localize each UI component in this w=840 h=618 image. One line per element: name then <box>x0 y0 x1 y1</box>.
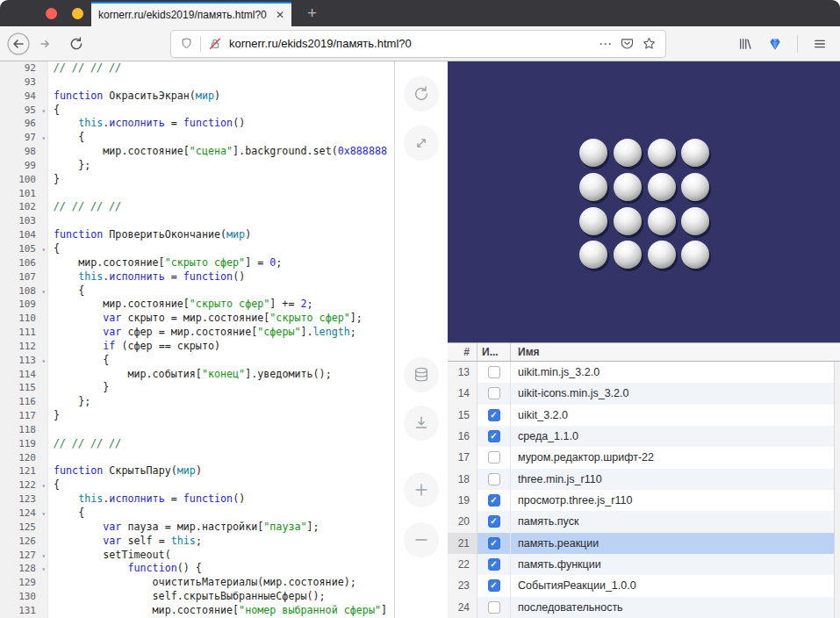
tab-close-icon[interactable]: ✕ <box>276 9 284 21</box>
page-actions-icon[interactable]: ⋯ <box>599 36 613 52</box>
fold-arrow-icon[interactable]: ▾ <box>41 550 46 564</box>
code-line: мир.события["конец"].уведомить(); <box>54 368 394 382</box>
table-row[interactable]: 17муром.редактор.шрифт-22 <box>448 447 840 468</box>
row-checkbox-cell: ✓ <box>477 575 511 596</box>
table-row[interactable]: 14uikit-icons.min.js_3.2.0 <box>448 383 840 404</box>
pocket-icon[interactable] <box>620 36 635 51</box>
code-line <box>54 187 394 201</box>
code-line: // // // // <box>54 61 394 75</box>
url-text[interactable]: kornerr.ru/ekids2019/память.html?0 <box>229 37 592 50</box>
row-checkbox[interactable] <box>488 387 500 399</box>
library-icon[interactable] <box>732 31 758 57</box>
code-line: { <box>54 284 394 298</box>
row-checkbox[interactable] <box>488 473 500 485</box>
fold-arrow-icon[interactable]: ▾ <box>41 132 46 146</box>
row-checkbox[interactable]: ✓ <box>488 579 500 592</box>
gutter-line: 128▾ <box>0 562 47 576</box>
menu-hamburger-icon[interactable] <box>807 31 833 57</box>
gutter-line: 110 <box>0 312 47 326</box>
fold-arrow-icon[interactable]: ▾ <box>41 355 46 369</box>
row-name: uikit_3.2.0 <box>511 405 840 426</box>
layers-button[interactable] <box>404 357 439 392</box>
row-name: память.функции <box>511 554 840 575</box>
row-checkbox[interactable]: ✓ <box>488 430 500 442</box>
table-row[interactable]: 13uikit.min.js_3.2.0 <box>448 362 840 383</box>
expand-button[interactable] <box>404 126 439 161</box>
gutter-line: 103 <box>0 214 47 228</box>
fold-arrow-icon[interactable]: ▾ <box>41 507 46 521</box>
code-line: this.исполнить = function() <box>54 270 394 284</box>
table-body: 13uikit.min.js_3.2.014uikit-icons.min.js… <box>448 362 840 618</box>
forward-button[interactable] <box>32 31 58 57</box>
row-checkbox[interactable]: ✓ <box>488 515 500 528</box>
table-row[interactable]: 20✓память.пуск <box>448 511 840 532</box>
toolbar-right-icons <box>732 31 833 57</box>
back-button[interactable] <box>5 31 32 57</box>
fold-arrow-icon[interactable]: ▾ <box>41 563 46 577</box>
row-checkbox-cell: ✓ <box>477 533 511 554</box>
fold-arrow-icon[interactable]: ▾ <box>41 479 46 493</box>
tracking-protection-shield-icon[interactable] <box>180 37 193 50</box>
fold-arrow-icon[interactable]: ▾ <box>41 243 46 257</box>
bookmark-star-icon[interactable] <box>642 36 657 51</box>
fold-arrow-icon[interactable]: ▾ <box>41 104 46 119</box>
forward-arrow-icon <box>36 35 54 53</box>
table-row[interactable]: 24последовательность <box>448 597 840 618</box>
insecure-connection-lock-icon[interactable] <box>208 37 222 51</box>
table-row[interactable]: 19✓просмотр.three.js_r110 <box>448 490 840 511</box>
modules-table: # И... Имя 13uikit.min.js_3.2.014uikit-i… <box>448 342 840 618</box>
code-line <box>54 75 394 90</box>
gutter-line: 102 <box>0 200 47 214</box>
row-checkbox[interactable]: ✓ <box>488 558 500 571</box>
gutter-line: 104 <box>0 228 47 242</box>
close-window-button[interactable] <box>46 8 57 19</box>
row-checkbox[interactable]: ✓ <box>488 537 500 550</box>
refresh-button[interactable] <box>404 76 439 111</box>
editor-code-area[interactable]: // // // //function ОкраситьЭкран(мир){ … <box>48 61 394 618</box>
row-checkbox[interactable]: ✓ <box>488 494 500 507</box>
code-line: if (сфер == скрыто) <box>54 340 394 354</box>
extension-gem-icon[interactable] <box>762 31 788 57</box>
gutter-line: 99 <box>0 159 47 173</box>
three-scene-canvas[interactable] <box>448 61 840 342</box>
gutter-line: 127▾ <box>0 549 47 563</box>
row-checkbox[interactable] <box>488 451 500 464</box>
browser-tab[interactable]: kornerr.ru/ekids2019/память.html?0 ✕ <box>91 2 291 26</box>
row-checkbox[interactable] <box>488 601 500 614</box>
reload-button[interactable] <box>63 31 90 57</box>
table-scrollbar-track[interactable] <box>834 362 840 618</box>
row-checkbox-cell <box>477 597 511 618</box>
sphere <box>648 173 676 201</box>
gutter-line: 93 <box>0 75 47 90</box>
code-line <box>54 451 394 465</box>
code-line: function ПроверитьОкончание(мир) <box>54 228 394 242</box>
table-row[interactable]: 22✓память.функции <box>448 554 840 575</box>
sphere <box>579 241 607 269</box>
row-checkbox[interactable]: ✓ <box>488 409 500 421</box>
gutter-line: 129 <box>0 576 47 590</box>
row-number: 19 <box>448 490 477 511</box>
code-line: function СкрытьПару(мир) <box>54 464 394 478</box>
download-button[interactable] <box>404 406 439 441</box>
gutter-line: 100 <box>0 173 47 187</box>
table-row[interactable]: 15✓uikit_3.2.0 <box>448 405 840 426</box>
url-bar[interactable]: kornerr.ru/ekids2019/память.html?0 ⋯ <box>171 31 665 57</box>
fold-arrow-icon[interactable]: ▾ <box>41 285 46 299</box>
code-line: this.исполнить = function() <box>54 117 394 131</box>
minimize-window-button[interactable] <box>72 8 83 19</box>
new-tab-button[interactable]: + <box>302 0 322 26</box>
sphere <box>681 139 709 167</box>
gutter-line: 130 <box>0 590 47 604</box>
code-editor[interactable]: 92939495▾9697▾9899100101102103104105▾106… <box>0 61 395 618</box>
table-row[interactable]: 16✓среда_1.1.0 <box>448 426 840 447</box>
row-name: память.реакции <box>511 533 840 554</box>
gutter-line: 119 <box>0 437 47 451</box>
table-row[interactable]: 23✓СобытияРеакции_1.0.0 <box>448 575 840 596</box>
toolbar-divider <box>797 35 798 53</box>
table-row[interactable]: 21✓память.реакции <box>448 533 840 554</box>
gutter-line: 111 <box>0 326 47 340</box>
table-row[interactable]: 18three.min.js_r110 <box>448 469 840 490</box>
zoom-out-button[interactable] <box>404 522 439 557</box>
zoom-in-button[interactable] <box>404 472 439 507</box>
row-checkbox[interactable] <box>488 366 500 378</box>
